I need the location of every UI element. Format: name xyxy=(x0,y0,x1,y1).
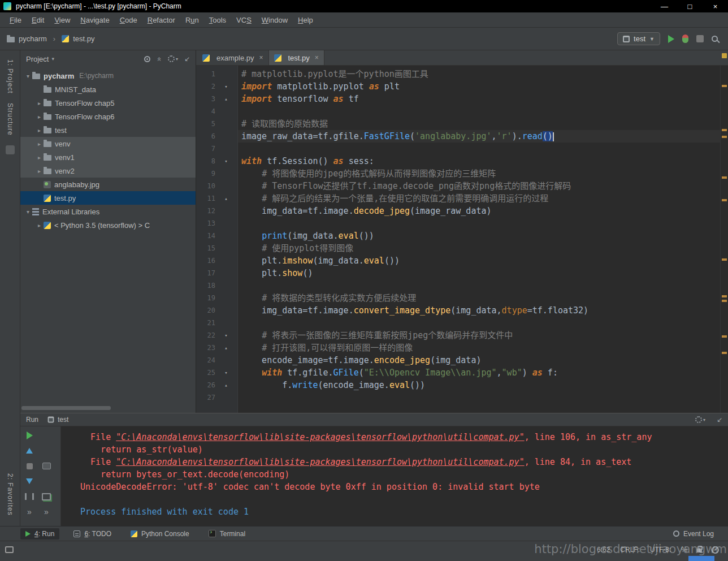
toolwindow-button-python-console[interactable]: Python Console xyxy=(125,528,194,540)
code-line[interactable]: # 解码之后的结果为一个张量,在使用它的取值之前需要明确调用运行的过程 xyxy=(238,192,720,205)
tool-window-icon[interactable] xyxy=(6,145,15,154)
toolwindow-button-event-log[interactable]: Event Log xyxy=(668,528,719,540)
hide-panel-icon[interactable]: ↙ xyxy=(717,416,722,424)
code-line[interactable]: # 将数据的类型转化成实数方便后续处理 xyxy=(238,292,720,304)
code-line[interactable] xyxy=(238,391,720,404)
monitors-icon[interactable] xyxy=(42,492,51,501)
editor-tab-test-py[interactable]: test.py× xyxy=(269,50,324,65)
stripe-mark[interactable] xyxy=(722,129,727,131)
chevron-down-icon[interactable]: ▾ xyxy=(51,56,54,62)
menu-edit[interactable]: Edit xyxy=(27,14,49,26)
settings-gear-icon[interactable]: ▾ xyxy=(168,55,178,62)
stripe-mark[interactable] xyxy=(722,352,727,354)
code-line[interactable]: # 读取图像的原始数据 xyxy=(238,118,720,130)
tree-item-venv2[interactable]: ▸venv2 xyxy=(20,164,196,178)
tree-item-external-libraries[interactable]: ▾External Libraries xyxy=(20,205,196,218)
search-icon[interactable] xyxy=(712,36,718,42)
close-icon[interactable]: × xyxy=(259,54,263,62)
chevrons-2-icon[interactable]: » xyxy=(42,507,51,516)
expand-arrow[interactable]: ▸ xyxy=(35,127,44,133)
code-line[interactable] xyxy=(238,217,720,230)
run-tab-test[interactable]: test xyxy=(44,416,72,424)
line-number[interactable]: 8 xyxy=(196,157,215,165)
locate-icon[interactable] xyxy=(144,56,150,62)
editor-tab-example-py[interactable]: example.py× xyxy=(197,50,269,65)
line-number[interactable]: 10 xyxy=(196,182,215,190)
down-icon[interactable] xyxy=(25,477,34,486)
line-number[interactable]: 16 xyxy=(196,257,215,265)
fold-marker[interactable]: ▴ xyxy=(221,345,231,351)
line-number[interactable]: 19 xyxy=(196,294,215,302)
line-number[interactable]: 24 xyxy=(196,356,215,364)
console-file-link[interactable]: "C:\Anaconda\envs\tensorflow\lib\site-pa… xyxy=(116,457,524,467)
menu-refactor[interactable]: Refactor xyxy=(142,14,180,26)
code-line[interactable]: with tf.Session() as sess: xyxy=(238,155,720,167)
menu-view[interactable]: View xyxy=(49,14,75,26)
line-number[interactable]: 2 xyxy=(196,83,215,90)
line-number[interactable]: 15 xyxy=(196,244,215,252)
menu-navigate[interactable]: Navigate xyxy=(75,14,114,26)
fold-marker[interactable]: ▴ xyxy=(221,196,231,201)
line-number[interactable]: 18 xyxy=(196,282,215,290)
tree-item-mnist-data[interactable]: MNIST_data xyxy=(20,83,196,96)
line-number[interactable]: 17 xyxy=(196,269,215,277)
stripe-mark[interactable] xyxy=(722,258,727,261)
console-settings-icon[interactable] xyxy=(42,461,51,471)
code-line[interactable]: # matplotlib.pyplot是一个python画图工具 xyxy=(238,68,720,80)
run-config-select[interactable]: test ▼ xyxy=(617,32,660,45)
expand-arrow[interactable]: ▸ xyxy=(35,222,44,228)
menu-file[interactable]: File xyxy=(5,14,27,26)
console-file-link[interactable]: "C:\Anaconda\envs\tensorflow\lib\site-pa… xyxy=(116,432,524,442)
line-number[interactable]: 21 xyxy=(196,319,215,327)
stop-button[interactable] xyxy=(696,35,704,42)
menu-help[interactable]: Help xyxy=(293,14,318,26)
stripe-mark[interactable] xyxy=(722,199,727,201)
toolwindow-toggle-icon[interactable] xyxy=(5,546,14,553)
code-line[interactable]: image_raw_data=tf.gfile.FastGFile('angla… xyxy=(238,130,720,143)
minimize-button[interactable]: — xyxy=(652,0,677,12)
code-line[interactable]: import matplotlib.pyplot as plt xyxy=(238,80,720,93)
code-line[interactable]: f.write(encode_image.eval()) xyxy=(238,379,720,391)
tree-item-test[interactable]: ▸test xyxy=(20,123,196,137)
close-button[interactable]: × xyxy=(703,0,728,12)
tree-item-python-3-5-tensorflow-c[interactable]: ▸< Python 3.5 (tensorflow) > C xyxy=(20,218,196,232)
expand-arrow[interactable]: ▸ xyxy=(35,154,44,161)
pause-icon[interactable] xyxy=(25,492,34,501)
line-number[interactable]: 9 xyxy=(196,170,215,178)
stop-icon[interactable] xyxy=(25,461,34,471)
tool-button-structure[interactable]: Structure xyxy=(6,103,14,136)
code-line[interactable]: with tf.gfile.GFile("E:\\Opencv Image\\a… xyxy=(238,366,720,379)
console-settings-gear-icon[interactable]: ▾ xyxy=(695,416,705,423)
toolwindow-button-terminal[interactable]: Terminal xyxy=(203,528,250,540)
code-line[interactable]: import tensorflow as tf xyxy=(238,93,720,105)
debug-button[interactable] xyxy=(682,34,688,43)
stripe-mark[interactable] xyxy=(722,136,727,138)
line-number[interactable]: 23 xyxy=(196,344,215,352)
code-area[interactable]: # matplotlib.pyplot是一个python画图工具import m… xyxy=(238,66,720,413)
line-number[interactable]: 22 xyxy=(196,331,215,339)
code-line[interactable] xyxy=(238,105,720,118)
line-number[interactable]: 7 xyxy=(196,145,215,153)
horizontal-scrollbar[interactable] xyxy=(21,406,111,410)
line-number[interactable]: 27 xyxy=(196,394,215,402)
menu-window[interactable]: Window xyxy=(257,14,293,26)
code-line[interactable]: plt.imshow(img_data.eval()) xyxy=(238,254,720,267)
code-line[interactable] xyxy=(238,279,720,292)
fold-marker[interactable]: ▾ xyxy=(221,158,231,164)
fold-marker[interactable]: ▴ xyxy=(221,96,231,102)
code-line[interactable]: print(img_data.eval()) xyxy=(238,230,720,242)
tree-item-anglababy-jpg[interactable]: anglababy.jpg xyxy=(20,178,196,191)
collapse-all-icon[interactable]: « xyxy=(155,57,164,61)
fold-marker[interactable]: ▾ xyxy=(221,333,231,338)
line-number[interactable]: 3 xyxy=(196,95,215,103)
code-line[interactable]: # 使用pyplot得到图像 xyxy=(238,242,720,254)
toolwindow-button-4-run[interactable]: 4: Run xyxy=(20,528,59,540)
fold-marker[interactable]: ▾ xyxy=(221,84,231,89)
breadcrumb-file[interactable]: test.py xyxy=(73,34,94,43)
code-line[interactable]: # 打开该图,可以得到和原图一样的图像 xyxy=(238,342,720,354)
hide-panel-icon[interactable]: ↙ xyxy=(184,55,190,63)
chevrons-icon[interactable]: » xyxy=(25,507,34,516)
line-number[interactable]: 14 xyxy=(196,232,215,240)
code-line[interactable]: plt.show() xyxy=(238,267,720,279)
rerun-icon[interactable] xyxy=(25,431,34,440)
